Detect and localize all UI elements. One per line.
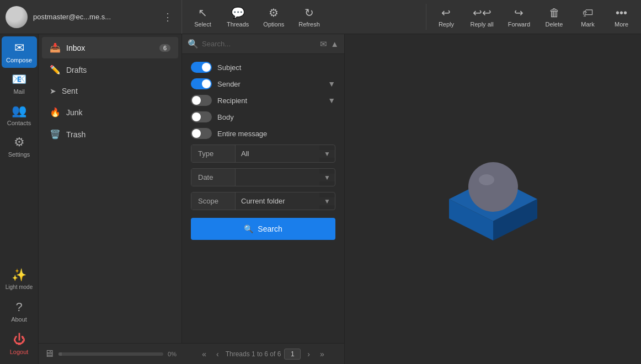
- left-sidebar: ✉ Compose 📧 Mail 👥 Contacts ⚙ Settings ✨…: [0, 34, 39, 364]
- search-input[interactable]: [202, 40, 317, 48]
- storage-bar: 🖥 0%: [39, 343, 182, 364]
- mail-button[interactable]: 📧 Mail: [2, 68, 37, 99]
- search-button[interactable]: 🔍 Search: [191, 218, 335, 240]
- illustration-area: [345, 34, 641, 364]
- avatar: [6, 6, 28, 28]
- search-button-icon: 🔍: [244, 224, 253, 233]
- drafts-icon: ✏️: [50, 65, 61, 75]
- about-button[interactable]: ? About: [2, 296, 37, 327]
- options-button[interactable]: ⚙ Options: [258, 4, 290, 30]
- logout-icon: ⏻: [13, 333, 25, 347]
- storage-fill: [58, 352, 62, 356]
- type-filter-label: Type: [191, 145, 236, 162]
- more-icon: •••: [616, 7, 627, 19]
- date-select[interactable]: [236, 169, 319, 186]
- entire-message-row: Entire message: [191, 128, 335, 139]
- recipient-row: Recipient ▼: [191, 95, 335, 106]
- pag-first-button[interactable]: «: [199, 347, 210, 361]
- filter-envelope-icon[interactable]: ✉: [320, 39, 327, 49]
- storage-track: [58, 352, 163, 356]
- select-icon: ↖: [198, 6, 207, 19]
- logout-button[interactable]: ⏻ Logout: [2, 328, 37, 360]
- folder-item-drafts[interactable]: ✏️ Drafts: [42, 59, 178, 81]
- folder-item-sent[interactable]: ➤ Sent: [42, 81, 178, 101]
- contacts-button[interactable]: 👥 Contacts: [2, 99, 37, 131]
- svg-point-3: [468, 162, 518, 212]
- contacts-icon: 👥: [12, 104, 26, 118]
- trash-icon: 🗑️: [50, 129, 61, 140]
- light-mode-button[interactable]: ✨ Light mode: [2, 264, 37, 295]
- body-label: Body: [217, 113, 335, 121]
- inbox-badge: 6: [159, 44, 170, 52]
- about-icon: ?: [15, 300, 22, 314]
- delete-button[interactable]: 🗑 Delete: [539, 4, 569, 30]
- folder-label-inbox: Inbox: [66, 44, 154, 52]
- search-panel: 🔍 ✉ ▲ Subject Sender ▼: [182, 34, 345, 364]
- refresh-button[interactable]: ↻ Refresh: [293, 4, 325, 30]
- iso-illustration: [432, 138, 554, 260]
- entire-message-label: Entire message: [217, 130, 335, 138]
- folder-list: 📥 Inbox 6 ✏️ Drafts ➤ Sent 🔥 Junk 🗑️ Tra…: [39, 34, 182, 364]
- refresh-icon: ↻: [305, 6, 314, 19]
- mail-icon: 📧: [12, 72, 26, 87]
- inbox-icon: 📥: [50, 42, 61, 53]
- folder-item-trash[interactable]: 🗑️ Trash: [42, 124, 178, 145]
- sender-expand-icon[interactable]: ▼: [328, 79, 335, 88]
- pag-last-button[interactable]: »: [317, 347, 328, 361]
- threads-button[interactable]: 💬 Threads: [221, 4, 254, 30]
- body-row: Body: [191, 111, 335, 122]
- recipient-label: Recipient: [217, 97, 322, 105]
- pag-prev-button[interactable]: ‹: [213, 347, 222, 361]
- settings-button[interactable]: ⚙ Settings: [2, 131, 37, 162]
- folder-item-junk[interactable]: 🔥 Junk: [42, 101, 178, 123]
- account-area: postmaster@ec...me.s... ⋮: [0, 0, 182, 34]
- search-body: Subject Sender ▼ Recipient ▼ Body: [182, 54, 344, 250]
- delete-icon: 🗑: [549, 7, 560, 19]
- more-button[interactable]: ••• More: [606, 4, 637, 30]
- pag-page-input[interactable]: [284, 349, 301, 360]
- date-chevron-icon: ▼: [319, 174, 335, 181]
- sender-toggle[interactable]: [191, 78, 212, 89]
- scope-select[interactable]: Current folder All folders: [236, 192, 319, 210]
- select-button[interactable]: ↖ Select: [188, 4, 218, 30]
- recipient-expand-icon[interactable]: ▼: [328, 96, 335, 105]
- reply-all-button[interactable]: ↩↩ Reply all: [464, 4, 499, 30]
- search-header: 🔍 ✉ ▲: [182, 34, 344, 54]
- folder-label-drafts: Drafts: [66, 66, 170, 74]
- sender-label: Sender: [217, 80, 322, 88]
- folder-label-junk: Junk: [66, 108, 170, 117]
- junk-icon: 🔥: [50, 107, 61, 117]
- type-chevron-icon: ▼: [319, 150, 335, 158]
- storage-percent: 0%: [168, 351, 177, 357]
- toolbar-right: ↩ Reply ↩↩ Reply all ↪ Forward 🗑 Delete …: [426, 4, 641, 30]
- entire-message-toggle[interactable]: [191, 128, 212, 139]
- search-collapse-icon[interactable]: ▲: [330, 39, 339, 49]
- subject-label: Subject: [217, 63, 335, 72]
- sent-icon: ➤: [50, 87, 56, 95]
- sender-row: Sender ▼: [191, 78, 335, 89]
- pagination-bar: « ‹ Threads 1 to 6 of 6 › »: [182, 343, 344, 364]
- body-toggle[interactable]: [191, 111, 212, 122]
- threads-icon: 💬: [231, 6, 245, 19]
- compose-button[interactable]: ✉ Compose: [2, 36, 37, 68]
- mark-button[interactable]: 🏷 Mark: [573, 4, 603, 30]
- scope-chevron-icon: ▼: [319, 197, 335, 205]
- reply-button[interactable]: ↩ Reply: [431, 4, 461, 30]
- settings-icon: ⚙: [14, 135, 25, 149]
- pag-next-button[interactable]: ›: [304, 347, 313, 361]
- type-select[interactable]: All Unread Flagged Replied Forwarded: [236, 145, 319, 162]
- reply-all-icon: ↩↩: [473, 6, 492, 19]
- reply-icon: ↩: [441, 6, 451, 19]
- recipient-toggle[interactable]: [191, 95, 212, 106]
- search-magnify-icon: 🔍: [188, 39, 199, 49]
- folder-item-inbox[interactable]: 📥 Inbox 6: [42, 37, 178, 58]
- forward-button[interactable]: ↪ Forward: [503, 4, 536, 30]
- svg-point-4: [479, 174, 494, 185]
- subject-row: Subject: [191, 62, 335, 73]
- folder-label-trash: Trash: [66, 130, 170, 139]
- folder-label-sent: Sent: [62, 87, 170, 95]
- account-email: postmaster@ec...me.s...: [33, 13, 159, 21]
- storage-icon: 🖥: [44, 348, 54, 360]
- subject-toggle[interactable]: [191, 62, 212, 73]
- account-menu-button[interactable]: ⋮: [159, 11, 176, 23]
